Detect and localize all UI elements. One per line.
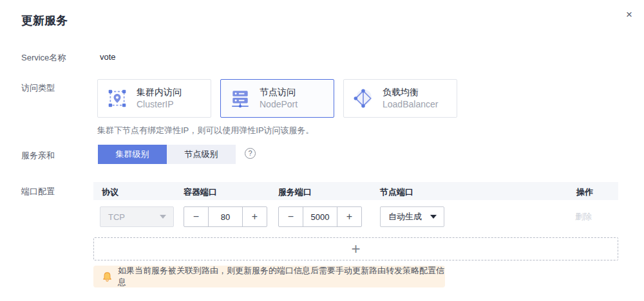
access-type-nodeport[interactable]: 节点访问 NodePort <box>220 79 334 118</box>
minus-button[interactable]: − <box>279 207 303 226</box>
column-service-port: 服务端口 <box>278 187 312 198</box>
column-action: 操作 <box>576 187 593 198</box>
page-title: 更新服务 <box>21 13 68 28</box>
access-type-hint: 集群下节点有绑定弹性IP，则可以使用弹性IP访问该服务。 <box>97 125 314 136</box>
chevron-down-icon <box>160 215 166 219</box>
access-type-option-name: 节点访问 <box>260 86 298 98</box>
cluster-ip-icon <box>106 87 128 109</box>
protocol-select-value: TCP <box>100 212 160 222</box>
plus-button[interactable]: + <box>243 207 267 226</box>
plus-button[interactable]: + <box>337 207 361 226</box>
chevron-down-icon <box>430 215 437 219</box>
warning-text: 如果当前服务被关联到路由，则更新服务的端口信息后需要手动更新路由转发策略配置信息 <box>118 265 445 288</box>
access-type-options: 集群内访问 ClusterIP 节点访问 <box>97 79 457 118</box>
node-port-select[interactable]: 自动生成 <box>380 206 444 227</box>
port-config-label: 端口配置 <box>21 186 55 197</box>
service-affinity-label: 服务亲和 <box>21 150 55 161</box>
port-config-table: 协议 容器端口 服务端口 节点端口 操作 TCP − 80 + − 5000 + <box>93 182 618 230</box>
bell-icon <box>102 271 113 282</box>
container-port-value[interactable]: 80 <box>208 207 243 226</box>
warning-banner: 如果当前服务被关联到路由，则更新服务的端口信息后需要手动更新路由转发策略配置信息 <box>93 266 445 287</box>
access-type-loadbalancer[interactable]: 负载均衡 LoadBalancer <box>343 79 457 118</box>
close-icon[interactable]: × <box>622 8 636 22</box>
node-port-icon <box>229 87 251 109</box>
port-table-header: 协议 容器端口 服务端口 节点端口 操作 <box>93 182 618 200</box>
access-type-option-subtitle: ClusterIP <box>137 98 182 111</box>
update-service-dialog: 更新服务 × Service名称 vote 访问类型 集群内访问 Cluster… <box>0 0 644 301</box>
service-affinity-toggle: 集群级别 节点级别 <box>98 145 236 164</box>
column-node-port: 节点端口 <box>380 187 413 198</box>
protocol-select: TCP <box>100 206 174 227</box>
help-icon[interactable]: ? <box>245 148 256 159</box>
delete-row-link[interactable]: 删除 <box>575 211 592 223</box>
affinity-cluster-level-button[interactable]: 集群级别 <box>98 145 167 164</box>
column-protocol: 协议 <box>102 187 118 198</box>
plus-icon: + <box>351 241 360 257</box>
access-type-label: 访问类型 <box>21 82 55 94</box>
access-type-option-name: 集群内访问 <box>137 86 182 98</box>
service-port-stepper: − 5000 + <box>278 206 362 227</box>
load-balancer-icon <box>352 87 374 109</box>
service-name-label: Service名称 <box>21 52 66 64</box>
container-port-stepper: − 80 + <box>184 206 267 227</box>
service-name-value: vote <box>100 52 116 62</box>
node-port-select-value: 自动生成 <box>381 211 430 223</box>
minus-button[interactable]: − <box>184 207 208 226</box>
service-port-value[interactable]: 5000 <box>303 207 337 226</box>
access-type-option-subtitle: LoadBalancer <box>383 98 438 111</box>
access-type-clusterip[interactable]: 集群内访问 ClusterIP <box>97 79 211 118</box>
add-port-button[interactable]: + <box>93 237 618 260</box>
column-container-port: 容器端口 <box>184 187 217 198</box>
access-type-option-subtitle: NodePort <box>260 98 298 111</box>
affinity-node-level-button[interactable]: 节点级别 <box>167 145 236 164</box>
port-table-row: TCP − 80 + − 5000 + 自动生成 删除 <box>93 200 618 230</box>
access-type-option-name: 负载均衡 <box>383 86 438 98</box>
